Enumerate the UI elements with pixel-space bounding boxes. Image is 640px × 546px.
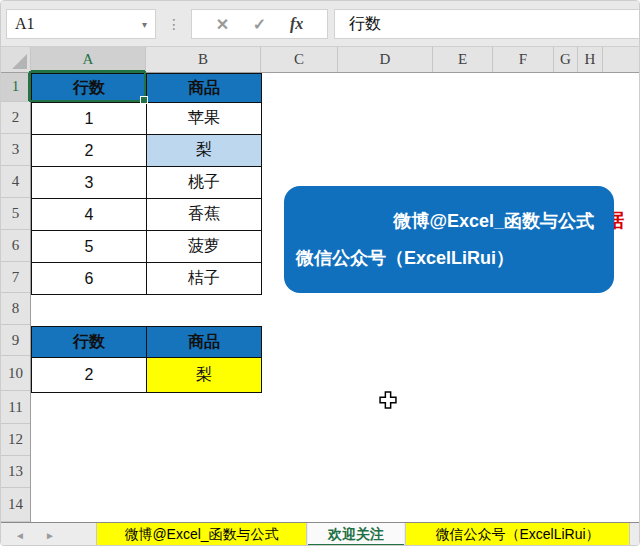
- row-header-11[interactable]: 11: [1, 391, 30, 424]
- row-header-10[interactable]: 10: [1, 356, 30, 391]
- cell-a9[interactable]: 行数: [32, 327, 147, 358]
- cell-a6[interactable]: 5: [32, 231, 147, 263]
- cell-b6[interactable]: 菠萝: [147, 231, 262, 263]
- row-header-1[interactable]: 1: [1, 73, 30, 102]
- cell-b1[interactable]: 商品: [147, 74, 262, 103]
- cell-b7[interactable]: 桔子: [147, 263, 262, 295]
- result-table: 行数 商品 2 梨: [31, 326, 262, 393]
- column-header-f[interactable]: F: [493, 47, 554, 72]
- cell-a1[interactable]: 行数: [32, 74, 147, 103]
- cell-b9[interactable]: 商品: [147, 327, 262, 358]
- cell-b2[interactable]: 苹果: [147, 103, 262, 135]
- cell-b3[interactable]: 梨: [147, 135, 262, 167]
- formula-bar-separator-icon: ⋮: [167, 11, 181, 37]
- row-header-13[interactable]: 13: [1, 456, 30, 488]
- promo-banner: 微博@Excel_函数与公式 微信公众号（ExcelLiRui）: [284, 186, 614, 293]
- name-box[interactable]: A1 ▾: [6, 9, 156, 39]
- cancel-icon[interactable]: ✕: [216, 15, 229, 34]
- row-header-8[interactable]: 8: [1, 293, 30, 325]
- sheet-tab-bar: ◄ ► 微博@Excel_函数与公式 欢迎关注 微信公众号（ExcelLiRui…: [1, 522, 640, 546]
- row-header-12[interactable]: 12: [1, 424, 30, 456]
- cell-b5[interactable]: 香蕉: [147, 199, 262, 231]
- row-header-5[interactable]: 5: [1, 198, 30, 230]
- cell-a4[interactable]: 3: [32, 167, 147, 199]
- row-header-6[interactable]: 6: [1, 230, 30, 262]
- select-all-triangle-icon: [12, 54, 27, 69]
- cell-a10[interactable]: 2: [32, 358, 147, 393]
- formula-buttons: ✕ ✓ fx: [191, 9, 328, 39]
- sheet-tab-weibo[interactable]: 微博@Excel_函数与公式: [96, 523, 307, 546]
- column-header-e[interactable]: E: [433, 47, 493, 72]
- column-header-a[interactable]: A: [31, 47, 146, 72]
- lookup-table: 行数 商品 1 苹果 2 梨 3 桃子 4 香蕉 5 菠萝: [31, 73, 262, 295]
- tab-scroll-left-icon[interactable]: ◄: [15, 523, 25, 546]
- name-box-dropdown-icon[interactable]: ▾: [142, 19, 147, 30]
- sheet-tab-wechat[interactable]: 微信公众号（ExcelLiRui）: [405, 523, 630, 546]
- banner-line1: 微博@Excel_函数与公式: [393, 209, 614, 233]
- column-header-d[interactable]: D: [338, 47, 433, 72]
- column-header-c[interactable]: C: [261, 47, 338, 72]
- cell-a5[interactable]: 4: [32, 199, 147, 231]
- enter-icon[interactable]: ✓: [253, 15, 266, 34]
- cell-b4[interactable]: 桃子: [147, 167, 262, 199]
- banner-line2: 微信公众号（ExcelLiRui）: [284, 246, 514, 270]
- formula-bar: A1 ▾ ⋮ ✕ ✓ fx 行数: [1, 1, 640, 46]
- row-header-3[interactable]: 3: [1, 134, 30, 166]
- column-header-b[interactable]: B: [146, 47, 261, 72]
- row-header-14[interactable]: 14: [1, 488, 30, 522]
- column-header-h[interactable]: H: [578, 47, 603, 72]
- insert-function-icon[interactable]: fx: [290, 15, 303, 33]
- column-header-g[interactable]: G: [554, 47, 578, 72]
- sheet-canvas[interactable]: 行数 商品 1 苹果 2 梨 3 桃子 4 香蕉 5 菠萝: [31, 73, 640, 522]
- cell-a2[interactable]: 1: [32, 103, 147, 135]
- row-header-9[interactable]: 9: [1, 325, 30, 356]
- formula-value: 行数: [349, 14, 381, 35]
- select-all-corner[interactable]: [1, 47, 31, 72]
- column-header-row: A B C D E F G H: [1, 46, 640, 73]
- row-header-2[interactable]: 2: [1, 102, 30, 134]
- sheet-tab-welcome[interactable]: 欢迎关注: [308, 523, 404, 546]
- name-box-value: A1: [15, 15, 35, 33]
- column-header-filler: [603, 47, 640, 72]
- row-header-7[interactable]: 7: [1, 262, 30, 294]
- row-header-4[interactable]: 4: [1, 166, 30, 198]
- formula-input[interactable]: 行数: [334, 9, 640, 39]
- row-header-column: 1 2 3 4 5 6 7 8 9 10 11 12 13 14: [1, 73, 31, 522]
- excel-window: A1 ▾ ⋮ ✕ ✓ fx 行数 A B C D E F G H 1 2 3 4…: [0, 0, 640, 546]
- cell-b10[interactable]: 梨: [147, 358, 262, 393]
- cell-a3[interactable]: 2: [32, 135, 147, 167]
- cell-a7[interactable]: 6: [32, 263, 147, 295]
- tab-scroll-right-icon[interactable]: ►: [45, 523, 55, 546]
- cell-cursor-icon: [379, 391, 397, 409]
